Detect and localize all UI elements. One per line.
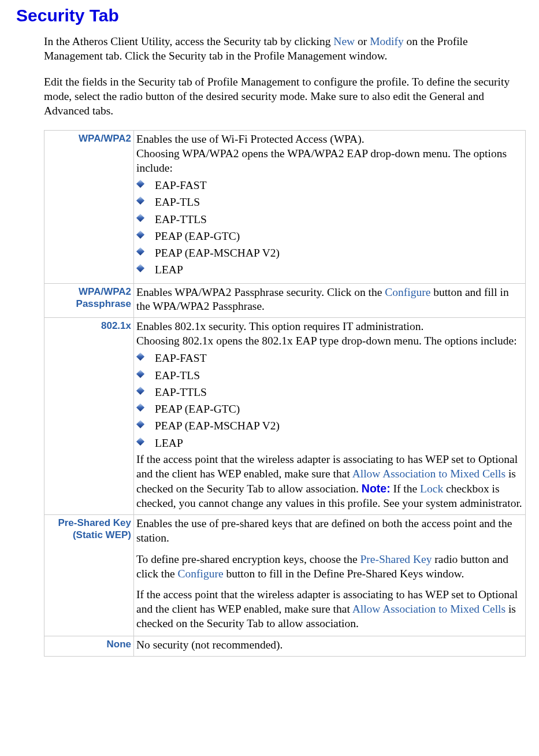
- list-item: EAP-FAST: [136, 350, 523, 366]
- intro-block: In the Atheros Client Utility, access th…: [44, 35, 523, 118]
- text: Choosing 802.1x opens the 802.1x EAP typ…: [136, 334, 523, 349]
- link-new[interactable]: New: [333, 35, 355, 47]
- list-item: EAP-TTLS: [136, 384, 523, 401]
- security-options-table: WPA/WPA2 Enables the use of Wi-Fi Protec…: [44, 130, 526, 657]
- psk-mixed-cells-paragraph: If the access point that the wireless ad…: [136, 588, 523, 631]
- row-label-wpa-passphrase: WPA/WPA2 Passphrase: [44, 283, 134, 318]
- table-row: Pre-Shared Key (Static WEP) Enables the …: [44, 514, 526, 636]
- row-label-wpa: WPA/WPA2: [44, 131, 134, 283]
- list-item: EAP-TLS: [136, 367, 523, 384]
- list-item: PEAP (EAP-MSCHAP V2): [136, 417, 523, 434]
- table-row: WPA/WPA2 Passphrase Enables WPA/WPA2 Pas…: [44, 283, 526, 318]
- row-desc-8021x: Enables 802.1x security. This option req…: [134, 318, 526, 514]
- link-modify[interactable]: Modify: [370, 35, 404, 47]
- intro-paragraph-2: Edit the fields in the Security tab of P…: [44, 75, 523, 118]
- 8021x-options-list: EAP-FAST EAP-TLS EAP-TTLS PEAP (EAP-GTC)…: [136, 350, 523, 451]
- text: If the: [391, 483, 420, 495]
- row-desc-psk: Enables the use of pre-shared keys that …: [134, 514, 526, 636]
- link-pre-shared-key[interactable]: Pre-Shared Key: [360, 553, 432, 565]
- 8021x-after-text: If the access point that the wireless ad…: [136, 453, 523, 511]
- table-row: None No security (not recommended).: [44, 636, 526, 657]
- link-configure[interactable]: Configure: [177, 568, 223, 580]
- table-row: 802.1x Enables 802.1x security. This opt…: [44, 318, 526, 514]
- row-desc-wpa-passphrase: Enables WPA/WPA2 Passphrase security. Cl…: [134, 283, 526, 318]
- link-allow-mixed-cells[interactable]: Allow Association to Mixed Cells: [352, 468, 505, 480]
- text: Enables the use of pre-shared keys that …: [136, 517, 523, 546]
- list-item: LEAP: [136, 261, 523, 278]
- text: or: [355, 35, 370, 47]
- row-desc-wpa: Enables the use of Wi-Fi Protected Acces…: [134, 131, 526, 283]
- link-allow-mixed-cells[interactable]: Allow Association to Mixed Cells: [352, 603, 505, 615]
- psk-define-paragraph: To define pre-shared encryption keys, ch…: [136, 553, 523, 581]
- list-item: PEAP (EAP-GTC): [136, 228, 523, 244]
- link-lock[interactable]: Lock: [420, 483, 443, 495]
- text: button to fill in the Define Pre-Shared …: [224, 568, 464, 580]
- intro-paragraph-1: In the Atheros Client Utility, access th…: [44, 35, 523, 64]
- list-item: EAP-FAST: [136, 177, 523, 194]
- text: Choosing WPA/WPA2 opens the WPA/WPA2 EAP…: [136, 147, 523, 176]
- text: Enables WPA/WPA2 Passphrase security. Cl…: [136, 286, 385, 298]
- text: To define pre-shared encryption keys, ch…: [136, 553, 360, 565]
- link-configure[interactable]: Configure: [385, 286, 430, 298]
- text: Enables 802.1x security. This option req…: [136, 320, 523, 334]
- page-title: Security Tab: [16, 5, 523, 27]
- row-label-none: None: [44, 636, 134, 657]
- list-item: EAP-TTLS: [136, 211, 523, 228]
- text: In the Atheros Client Utility, access th…: [44, 35, 333, 47]
- row-label-8021x: 802.1x: [44, 318, 134, 514]
- list-item: PEAP (EAP-MSCHAP V2): [136, 244, 523, 261]
- list-item: LEAP: [136, 435, 523, 451]
- row-label-psk: Pre-Shared Key (Static WEP): [44, 514, 134, 636]
- table-row: WPA/WPA2 Enables the use of Wi-Fi Protec…: [44, 131, 526, 283]
- wpa-options-list: EAP-FAST EAP-TLS EAP-TTLS PEAP (EAP-GTC)…: [136, 177, 523, 279]
- list-item: PEAP (EAP-GTC): [136, 401, 523, 417]
- list-item: EAP-TLS: [136, 194, 523, 210]
- text: Enables the use of Wi-Fi Protected Acces…: [136, 132, 523, 147]
- note-label: Note:: [362, 482, 391, 495]
- row-desc-none: No security (not recommended).: [134, 636, 526, 657]
